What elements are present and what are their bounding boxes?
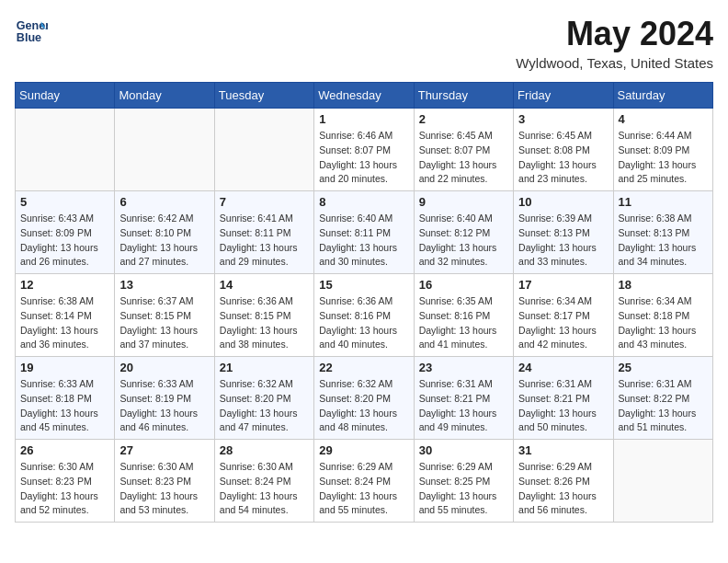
day-number: 27 <box>119 443 209 457</box>
day-number: 28 <box>220 443 309 457</box>
day-number: 21 <box>220 361 309 374</box>
day-info: Sunrise: 6:33 AMSunset: 8:19 PMDaylight:… <box>119 377 209 435</box>
day-number: 3 <box>518 112 608 126</box>
calendar-week-row: 12Sunrise: 6:38 AMSunset: 8:14 PMDayligh… <box>16 274 713 357</box>
calendar-day-cell: 15Sunrise: 6:36 AMSunset: 8:16 PMDayligh… <box>314 274 414 357</box>
calendar-day-cell: 20Sunrise: 6:33 AMSunset: 8:19 PMDayligh… <box>115 357 214 440</box>
day-info: Sunrise: 6:36 AMSunset: 8:16 PMDaylight:… <box>319 294 408 352</box>
day-info: Sunrise: 6:36 AMSunset: 8:15 PMDaylight:… <box>220 294 309 352</box>
weekday-header-friday: Friday <box>514 83 613 109</box>
day-info: Sunrise: 6:34 AMSunset: 8:17 PMDaylight:… <box>518 294 608 352</box>
calendar-day-cell: 1Sunrise: 6:46 AMSunset: 8:07 PMDaylight… <box>314 109 414 191</box>
day-info: Sunrise: 6:33 AMSunset: 8:18 PMDaylight:… <box>20 377 109 435</box>
calendar-day-cell: 28Sunrise: 6:30 AMSunset: 8:24 PMDayligh… <box>214 440 313 523</box>
month-title: May 2024 <box>516 15 713 53</box>
day-info: Sunrise: 6:32 AMSunset: 8:20 PMDaylight:… <box>319 377 408 435</box>
day-info: Sunrise: 6:44 AMSunset: 8:09 PMDaylight:… <box>619 129 708 187</box>
day-number: 26 <box>20 443 109 457</box>
day-info: Sunrise: 6:37 AMSunset: 8:15 PMDaylight:… <box>119 294 209 352</box>
day-number: 2 <box>419 112 508 126</box>
calendar-day-cell: 31Sunrise: 6:29 AMSunset: 8:26 PMDayligh… <box>514 440 613 523</box>
day-info: Sunrise: 6:29 AMSunset: 8:26 PMDaylight:… <box>518 460 608 518</box>
calendar-day-cell <box>613 440 712 523</box>
day-info: Sunrise: 6:34 AMSunset: 8:18 PMDaylight:… <box>619 294 708 352</box>
day-info: Sunrise: 6:31 AMSunset: 8:21 PMDaylight:… <box>419 377 508 435</box>
day-info: Sunrise: 6:30 AMSunset: 8:23 PMDaylight:… <box>119 460 209 518</box>
day-number: 22 <box>319 361 408 374</box>
weekday-header-sunday: Sunday <box>16 83 115 109</box>
calendar-day-cell: 17Sunrise: 6:34 AMSunset: 8:17 PMDayligh… <box>514 274 613 357</box>
calendar-day-cell: 21Sunrise: 6:32 AMSunset: 8:20 PMDayligh… <box>214 357 313 440</box>
calendar-day-cell: 3Sunrise: 6:45 AMSunset: 8:08 PMDaylight… <box>514 109 613 191</box>
calendar-day-cell <box>214 109 313 191</box>
calendar-day-cell: 6Sunrise: 6:42 AMSunset: 8:10 PMDaylight… <box>115 191 214 274</box>
calendar-week-row: 5Sunrise: 6:43 AMSunset: 8:09 PMDaylight… <box>16 191 713 274</box>
calendar-day-cell: 7Sunrise: 6:41 AMSunset: 8:11 PMDaylight… <box>214 191 313 274</box>
day-number: 29 <box>319 443 408 457</box>
calendar-day-cell: 29Sunrise: 6:29 AMSunset: 8:24 PMDayligh… <box>314 440 414 523</box>
day-number: 25 <box>619 361 708 374</box>
calendar-day-cell: 26Sunrise: 6:30 AMSunset: 8:23 PMDayligh… <box>16 440 115 523</box>
calendar-day-cell: 16Sunrise: 6:35 AMSunset: 8:16 PMDayligh… <box>414 274 513 357</box>
calendar-day-cell: 10Sunrise: 6:39 AMSunset: 8:13 PMDayligh… <box>514 191 613 274</box>
title-block: May 2024 Wyldwood, Texas, United States <box>516 15 713 71</box>
calendar-day-cell: 27Sunrise: 6:30 AMSunset: 8:23 PMDayligh… <box>115 440 214 523</box>
day-number: 10 <box>518 195 608 209</box>
calendar-day-cell: 9Sunrise: 6:40 AMSunset: 8:12 PMDaylight… <box>414 191 513 274</box>
calendar-day-cell: 30Sunrise: 6:29 AMSunset: 8:25 PMDayligh… <box>414 440 513 523</box>
weekday-header-tuesday: Tuesday <box>214 83 313 109</box>
day-number: 6 <box>119 195 209 209</box>
calendar-day-cell: 22Sunrise: 6:32 AMSunset: 8:20 PMDayligh… <box>314 357 414 440</box>
calendar-week-row: 1Sunrise: 6:46 AMSunset: 8:07 PMDaylight… <box>16 109 713 191</box>
calendar-day-cell: 24Sunrise: 6:31 AMSunset: 8:21 PMDayligh… <box>514 357 613 440</box>
day-number: 23 <box>419 361 508 374</box>
day-number: 12 <box>20 278 109 292</box>
day-number: 15 <box>319 278 408 292</box>
day-info: Sunrise: 6:32 AMSunset: 8:20 PMDaylight:… <box>220 377 309 435</box>
day-number: 16 <box>419 278 508 292</box>
day-number: 4 <box>619 112 708 126</box>
day-number: 18 <box>619 278 708 292</box>
day-info: Sunrise: 6:35 AMSunset: 8:16 PMDaylight:… <box>419 294 508 352</box>
calendar-day-cell <box>115 109 214 191</box>
logo-icon: General Blue <box>15 15 48 48</box>
day-number: 7 <box>220 195 309 209</box>
calendar-table: SundayMondayTuesdayWednesdayThursdayFrid… <box>15 82 713 523</box>
day-info: Sunrise: 6:31 AMSunset: 8:21 PMDaylight:… <box>518 377 608 435</box>
day-number: 30 <box>419 443 508 457</box>
day-number: 17 <box>518 278 608 292</box>
day-info: Sunrise: 6:43 AMSunset: 8:09 PMDaylight:… <box>20 212 109 270</box>
day-number: 5 <box>20 195 109 209</box>
calendar-day-cell: 25Sunrise: 6:31 AMSunset: 8:22 PMDayligh… <box>613 357 712 440</box>
day-info: Sunrise: 6:45 AMSunset: 8:08 PMDaylight:… <box>518 129 608 187</box>
calendar-day-cell: 2Sunrise: 6:45 AMSunset: 8:07 PMDaylight… <box>414 109 513 191</box>
calendar-day-cell: 14Sunrise: 6:36 AMSunset: 8:15 PMDayligh… <box>214 274 313 357</box>
weekday-header-thursday: Thursday <box>414 83 513 109</box>
day-number: 14 <box>220 278 309 292</box>
calendar-day-cell: 18Sunrise: 6:34 AMSunset: 8:18 PMDayligh… <box>613 274 712 357</box>
day-info: Sunrise: 6:40 AMSunset: 8:11 PMDaylight:… <box>319 212 408 270</box>
day-info: Sunrise: 6:39 AMSunset: 8:13 PMDaylight:… <box>518 212 608 270</box>
day-number: 31 <box>518 443 608 457</box>
calendar-day-cell <box>16 109 115 191</box>
day-info: Sunrise: 6:29 AMSunset: 8:24 PMDaylight:… <box>319 460 408 518</box>
day-info: Sunrise: 6:29 AMSunset: 8:25 PMDaylight:… <box>419 460 508 518</box>
day-number: 24 <box>518 361 608 374</box>
calendar-day-cell: 13Sunrise: 6:37 AMSunset: 8:15 PMDayligh… <box>115 274 214 357</box>
day-info: Sunrise: 6:38 AMSunset: 8:14 PMDaylight:… <box>20 294 109 352</box>
calendar-day-cell: 8Sunrise: 6:40 AMSunset: 8:11 PMDaylight… <box>314 191 414 274</box>
calendar-day-cell: 23Sunrise: 6:31 AMSunset: 8:21 PMDayligh… <box>414 357 513 440</box>
day-number: 20 <box>119 361 209 374</box>
day-number: 9 <box>419 195 508 209</box>
calendar-day-cell: 11Sunrise: 6:38 AMSunset: 8:13 PMDayligh… <box>613 191 712 274</box>
day-info: Sunrise: 6:41 AMSunset: 8:11 PMDaylight:… <box>220 212 309 270</box>
calendar-header-row: SundayMondayTuesdayWednesdayThursdayFrid… <box>16 83 713 109</box>
day-number: 11 <box>619 195 708 209</box>
day-info: Sunrise: 6:42 AMSunset: 8:10 PMDaylight:… <box>119 212 209 270</box>
day-number: 19 <box>20 361 109 374</box>
location: Wyldwood, Texas, United States <box>516 55 713 71</box>
day-info: Sunrise: 6:46 AMSunset: 8:07 PMDaylight:… <box>319 129 408 187</box>
weekday-header-saturday: Saturday <box>613 83 712 109</box>
day-number: 13 <box>119 278 209 292</box>
svg-text:Blue: Blue <box>17 31 41 44</box>
